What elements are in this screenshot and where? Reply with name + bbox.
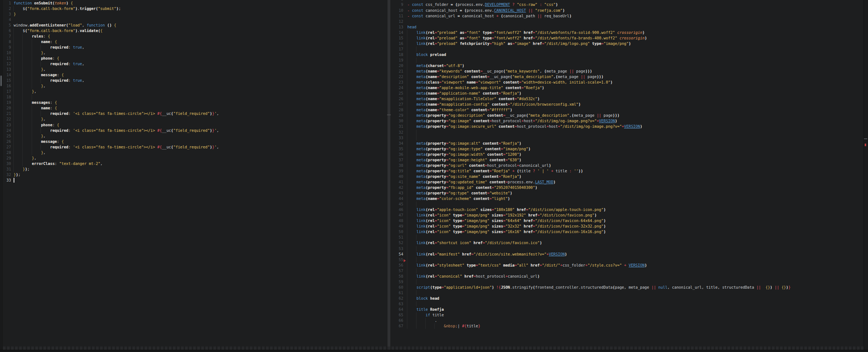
line-number[interactable]: 11: [2, 56, 11, 61]
code-line[interactable]: meta(property="og:image:height" content=…: [407, 157, 791, 163]
line-number[interactable]: 39: [390, 168, 403, 174]
line-number[interactable]: 22: [2, 116, 11, 122]
line-number[interactable]: 3: [2, 11, 11, 17]
code-line[interactable]: link(rel="stylesheet" type="text/css" me…: [407, 263, 791, 268]
code-line[interactable]: [407, 201, 791, 207]
line-number[interactable]: 15: [2, 78, 11, 83]
line-number[interactable]: 7: [2, 34, 11, 39]
line-number[interactable]: 55: [390, 257, 403, 263]
code-line[interactable]: script(type="application/ld+json") !{JSO…: [407, 285, 791, 290]
line-number[interactable]: 12: [390, 19, 403, 24]
code-line[interactable]: - const canonical_url = canonical_host +…: [407, 13, 791, 19]
line-number[interactable]: 60: [390, 285, 403, 290]
code-line[interactable]: if title: [407, 312, 791, 318]
line-number[interactable]: 11: [390, 13, 403, 19]
line-number[interactable]: 14: [2, 72, 11, 78]
line-number[interactable]: 12: [2, 61, 11, 67]
code-line[interactable]: window.addEventListener("load", function…: [14, 22, 219, 28]
line-number[interactable]: 20: [390, 63, 403, 68]
code-line[interactable]: [407, 57, 791, 63]
line-number[interactable]: 27: [2, 144, 11, 150]
line-number[interactable]: 23: [390, 80, 403, 85]
line-number[interactable]: 30: [2, 161, 11, 166]
line-number[interactable]: 43: [390, 190, 403, 196]
code-line[interactable]: meta(property="og:updated_time" content=…: [407, 179, 791, 185]
code-line[interactable]: - const canonical_host = (process.env.CA…: [407, 8, 791, 13]
line-number[interactable]: 5: [2, 22, 11, 28]
code-line[interactable]: [14, 177, 219, 183]
line-number[interactable]: 50: [390, 229, 403, 235]
code-line[interactable]: rules: {: [14, 34, 219, 39]
code-line[interactable]: });: [14, 172, 219, 177]
code-line[interactable]: link(rel="shortcut icon" href="/dist/ico…: [407, 240, 791, 246]
line-number[interactable]: 24: [390, 85, 403, 91]
line-number[interactable]: 29: [390, 113, 403, 118]
code-line[interactable]: });: [14, 166, 219, 172]
line-number[interactable]: 25: [2, 133, 11, 139]
line-number[interactable]: 28: [390, 107, 403, 113]
code-line[interactable]: required: '<i class="fas fa-times-circle…: [14, 111, 219, 116]
line-number[interactable]: 36: [390, 152, 403, 157]
line-number[interactable]: 26: [2, 139, 11, 144]
code-line[interactable]: meta(property="og:type" content="website…: [407, 190, 791, 196]
line-number[interactable]: 45: [390, 201, 403, 207]
line-number[interactable]: 40: [390, 174, 403, 179]
code-line[interactable]: },: [14, 116, 219, 122]
line-number[interactable]: 32: [390, 130, 403, 135]
code-line[interactable]: phone: {: [14, 56, 219, 61]
code-line[interactable]: meta(name="description" content=__uc_pag…: [407, 74, 791, 80]
code-line[interactable]: meta(property="og:image:secure_url" cont…: [407, 124, 791, 129]
code-line[interactable]: .: [407, 318, 791, 323]
code-line[interactable]: [407, 301, 791, 307]
code-line[interactable]: title Roefja: [407, 307, 791, 312]
line-number[interactable]: 59: [390, 279, 403, 285]
code-line[interactable]: },: [14, 50, 219, 56]
code-line[interactable]: meta(name="apple-mobile-web-app-title" c…: [407, 85, 791, 91]
right-annotation-strip[interactable]: [864, 0, 868, 352]
horizontal-scrollbar[interactable]: [3, 346, 864, 350]
line-number[interactable]: 10: [2, 50, 11, 56]
right-editor-pane[interactable]: - const css_folder = (process.env.DEVELO…: [407, 0, 791, 329]
line-number[interactable]: 34: [390, 141, 403, 146]
line-number[interactable]: 13: [390, 24, 403, 30]
code-line[interactable]: [407, 257, 791, 263]
code-line[interactable]: block preload: [407, 52, 791, 57]
line-number[interactable]: 23: [2, 122, 11, 128]
line-number[interactable]: 18: [2, 94, 11, 100]
line-number[interactable]: 61: [390, 290, 403, 296]
line-number[interactable]: 10: [390, 8, 403, 13]
code-line[interactable]: [407, 135, 791, 141]
code-line[interactable]: messages: {: [14, 100, 219, 105]
code-line[interactable]: },: [14, 155, 219, 161]
code-line[interactable]: $("form.call-back-form").trigger("submit…: [14, 6, 219, 11]
code-line[interactable]: },: [14, 150, 219, 155]
line-number[interactable]: 31: [2, 166, 11, 172]
line-number[interactable]: 33: [2, 177, 11, 183]
line-number[interactable]: 20: [2, 105, 11, 111]
code-line[interactable]: link(rel="icon" type="image/png" sizes="…: [407, 218, 791, 223]
line-number[interactable]: 58: [390, 274, 403, 279]
code-line[interactable]: required: true,: [14, 45, 219, 50]
line-number[interactable]: 49: [390, 223, 403, 229]
line-number[interactable]: 9: [2, 45, 11, 50]
line-number[interactable]: 52: [390, 240, 403, 246]
line-number[interactable]: 24: [2, 128, 11, 133]
right-gutter[interactable]: 8910111213141516171819202122232425262728…: [390, 0, 403, 329]
line-number[interactable]: 25: [390, 91, 403, 96]
code-line[interactable]: [407, 246, 791, 251]
code-line[interactable]: link(rel="icon" type="image/png" sizes="…: [407, 229, 791, 235]
left-editor-pane[interactable]: function onSubmit(token) { $("form.call-…: [14, 0, 219, 183]
left-scrollbar-thumb[interactable]: [0, 75, 2, 86]
line-number[interactable]: 28: [2, 150, 11, 155]
code-line[interactable]: required: true,: [14, 61, 219, 67]
code-line[interactable]: link(rel="preload" fetchpriority="high" …: [407, 41, 791, 46]
code-line[interactable]: required: '<i class="fas fa-times-circle…: [14, 144, 219, 150]
code-line[interactable]: errorClass: "text-danger mt-2",: [14, 161, 219, 166]
code-line[interactable]: name: {: [14, 105, 219, 111]
code-line[interactable]: meta(property="og:site_name" content="Ro…: [407, 174, 791, 179]
line-number[interactable]: 38: [390, 163, 403, 168]
code-line[interactable]: link(rel="manifest" href="/dist/icon/sit…: [407, 251, 791, 257]
code-line[interactable]: [407, 290, 791, 296]
line-number[interactable]: 48: [390, 218, 403, 223]
code-line[interactable]: head: [407, 24, 791, 30]
